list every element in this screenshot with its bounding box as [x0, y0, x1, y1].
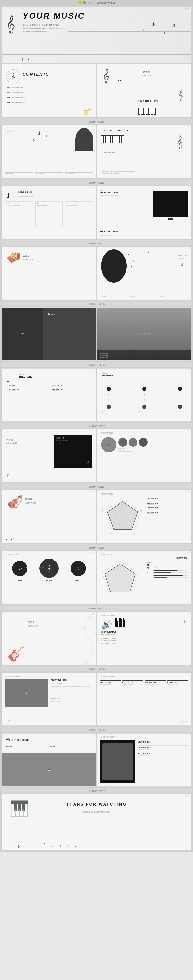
sec3-label: 第叁章: [6, 438, 13, 442]
section-divider-10: 这里是幻灯片题文字: [1, 666, 192, 671]
ending-staff: [2, 839, 191, 846]
radar2-legend: Result Lorem ipsum A Lorem ipsum B A: [147, 561, 188, 578]
laptop-photo: 💻: [5, 679, 48, 707]
piano-photo: 🎹: [2, 753, 96, 786]
section-label-10: 这里是幻灯片题文字: [89, 668, 105, 670]
team-text: 这里输入标题A: Lorem ipsum 这里输入标题B: Lorem ipsu…: [118, 448, 187, 452]
slide-20: 演示网 🎸 第伍章 这里输入标题: [2, 612, 96, 665]
section-divider-6: 这里是幻灯片题文字: [1, 423, 192, 428]
watermark: 演示网: [185, 795, 189, 797]
svg-point-8: [107, 405, 111, 409]
team-label: 这里输入标题文字: [101, 432, 113, 434]
slide-16: 演示网 🎻 第肆章 这里输入标题 ♩ ♪ ♫ ♬ ♩: [2, 490, 96, 543]
sec4-label: 第肆章: [25, 498, 32, 501]
sec4-sub: 这里输入标题: [25, 502, 36, 504]
laptop-title: YOUR TITLE HERE: [51, 679, 67, 681]
dark-section-box: 这里输入标题 ADD YOUR TITLE HERE Lorem ipsum d…: [54, 434, 92, 468]
slide-13: 演示网 ADD YOUR TITLE HERE ADD ADD: [97, 368, 191, 422]
ending-note6: ♩: [60, 844, 61, 848]
slide-ending: 演示网 🎹 THANS FOR WATCHING 感谢您的耐心观看，希望对您有所…: [2, 794, 191, 850]
slide-12: 演示网 ♩ ADD YOUR TITLE HERE → ADD YOUR TIT…: [2, 368, 96, 422]
slide7-add: ADD: [100, 190, 103, 191]
section-label-5: 这里是幻灯片题文字: [89, 364, 105, 366]
ending-note8: ♫: [75, 844, 78, 848]
section-divider-2: 这里是幻灯片题文字: [1, 179, 192, 185]
ending-note2: ♩: [28, 843, 29, 847]
bottom-note-4: ♫: [28, 57, 30, 60]
tablet-device: 📱: [100, 740, 136, 783]
col-4: YOUR TITLE HERE Lorem ipsum dolor sit am…: [167, 680, 188, 687]
quarter-note: ♩: [6, 191, 10, 200]
watermark: 演示网: [92, 369, 95, 371]
watermark: 演示网: [187, 734, 190, 735]
section-label-6: 这里是幻灯片题文字: [89, 425, 105, 427]
col-2: YOUR TITLE HERE Lorem ipsum dolor sit am…: [122, 680, 144, 687]
barcode-list: + ADD YOUR TITLE HERE + ADD YOUR TITLE H…: [101, 637, 187, 645]
piano-items: YOUR TITLE Lorem ipsum YOUR TITLE Lorem …: [6, 745, 92, 749]
music-title: ♩Music: [47, 313, 56, 316]
svg-text:ADD: ADD: [102, 411, 105, 412]
col-3: YOUR TITLE HERE Lorem ipsum dolor sit am…: [145, 680, 166, 687]
float-note1: ♩: [128, 252, 129, 256]
team-bottom: Lorem ipsum dolor sit amet consectetur a…: [101, 479, 187, 480]
watermark: 演示网: [92, 247, 95, 249]
radar-chart-2: [100, 560, 140, 596]
big-note-12: ♩: [6, 374, 10, 384]
slide5-title: YOUR TITLE HERE =: [101, 129, 128, 132]
section-label-8: 这里是幻灯片题文字: [89, 547, 105, 549]
barcode: [115, 618, 125, 627]
content-box-6: 01 这里输入标题文字内容描述 02 这里输入标题文字内容描述 03 这里输入标…: [6, 201, 92, 227]
slide-21: 演示网 这里是幻灯片题文字 🔊: [97, 612, 191, 665]
tablet-cols: YOUR TITLE HERE Lorem ipsum dolor sit am…: [138, 741, 188, 757]
click-title: Click Title to Here: [177, 255, 187, 256]
svg-text:ADD: ADD: [175, 411, 177, 412]
slide7-desc: Lorem ipsum dolor sit amet consectetur: [100, 195, 133, 197]
svg-text:ADD: ADD: [139, 411, 142, 412]
slide13-title: TITLE HERE: [101, 374, 113, 377]
slide-25: 演示网 这里是幻灯片题文字 📱 YOUR TITLE HERE Lorem ip…: [97, 733, 191, 786]
float-note3: ♫: [138, 256, 141, 260]
member-sm1: 👤: [118, 438, 127, 447]
barcode-title: ADD YOUR TITLE: [101, 631, 116, 633]
slide7-right-title: YOUR TITLE NAME: [100, 230, 118, 232]
monitor-box: ▶: [153, 191, 188, 216]
watermark: 演示网: [92, 491, 95, 492]
radar-items: ADD YOUR TITLE Lorem ipsum dolor sit ADD…: [147, 498, 188, 514]
watermark: 演示网: [187, 552, 190, 553]
bottom-note-3: ♩: [21, 57, 23, 61]
watermark: 演示网: [92, 65, 95, 66]
bottom-note-2: ♪: [16, 57, 18, 60]
logo-dot2: [83, 1, 86, 4]
slide6-title: 这里输入标题文字: [18, 191, 32, 194]
big-treble: 𝄞: [102, 68, 110, 83]
svg-text:D: D: [110, 532, 111, 534]
piano-illustration: [138, 108, 156, 115]
radar-title: 这里输入标题文字: [101, 493, 113, 495]
monitor-stand: [168, 218, 173, 220]
watermark: 演示网: [187, 430, 190, 431]
member-sm2: 👤: [129, 438, 137, 447]
piano-keys-h: [101, 135, 124, 143]
slide-17: 演示网 这里输入标题文字 A B C D E: [97, 490, 191, 543]
slide-24: 演示网 🎹 ADD YOUR TITLE HERE YOUR TITLE Lor…: [2, 733, 96, 786]
slide7-right-desc: Lorem ipsum dolor sit amet: [100, 235, 133, 236]
member-sm3: 👤: [139, 438, 148, 447]
contents-list: 01 这里输入标题文字内容 02 这里输入标题文字内容 03 这里输入标题文字内…: [7, 83, 93, 105]
slide-8: 演示网 🪗 第贰章 这里输入标题: [2, 247, 96, 300]
section-label-4: 这里是幻灯片题文字: [89, 304, 105, 305]
slide-5: 演示网 YOUR TITLE HERE = 𝄞 + ADD YOUR TITLE: [97, 125, 191, 178]
section-title-text: YOUR TITLE HERE =: [138, 100, 160, 102]
add-title-text: ADD YOUR TITLE: [104, 151, 115, 153]
float-note4: 𝄞: [130, 265, 132, 268]
notes-bottom-16: ♩ ♪ ♫ ♬ ♩: [6, 537, 92, 540]
slide-4: 演示网 这里输入标题 Lorem ipsum dolor sit amet co…: [2, 125, 96, 178]
svg-point-7: [178, 387, 182, 391]
right-treble: 𝄞: [178, 90, 183, 100]
watermark: 演示网: [187, 186, 190, 188]
svg-point-6: [142, 387, 147, 391]
slide-7: 演示网 ADD YOUR TITLE NAME Lorem ipsum dolo…: [97, 186, 191, 239]
top-bar: 演示网 - 音乐主题PPT模板: [0, 0, 193, 5]
laptop-label: 这里是幻灯片题文字: [6, 675, 20, 678]
slide-2: 演示网 𝄞 CONTENTS 01 这里输入标题文字内容 02 这里输入标题文字…: [2, 64, 96, 117]
radar2-title: 这里输入标题: [176, 557, 187, 559]
